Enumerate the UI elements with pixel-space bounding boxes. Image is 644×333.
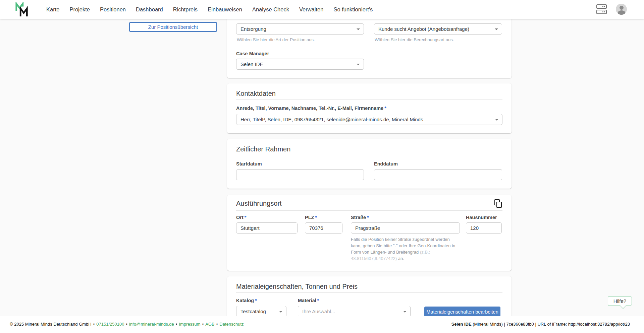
case-manager-label: Case Manager <box>236 51 269 56</box>
caret-down-icon <box>357 28 360 30</box>
footer-email-link[interactable]: info@mineral-minds.de <box>129 322 174 327</box>
ort-label: Ort* <box>236 215 246 220</box>
hausnummer-label: Hausnummer <box>466 215 497 220</box>
location-card: Ausführungsort Ort* PLZ* Straße* Hausnum… <box>227 195 512 271</box>
strasse-label: Straße* <box>351 215 369 220</box>
footer-agb-link[interactable]: AGB <box>205 322 214 327</box>
mineral-minds-logo[interactable] <box>15 2 29 17</box>
dns-row <box>596 10 607 14</box>
ort-input[interactable] <box>236 222 298 234</box>
required-mark: * <box>384 106 386 111</box>
footer-copyright: © 2025 Mineral Minds Deutschland GmbH <box>10 322 92 327</box>
contact-card: Kontaktdaten Anrede, Titel, Vorname, Nac… <box>227 83 512 133</box>
plz-label: PLZ* <box>305 215 317 220</box>
caret-down-icon <box>279 311 282 313</box>
account-avatar-icon[interactable] <box>616 4 627 15</box>
startdate-label: Startdatum <box>236 161 262 166</box>
footer-impressum-link[interactable]: Impressum <box>179 322 200 327</box>
nav-item-dashboard[interactable]: Dashboard <box>136 6 163 13</box>
enddate-input[interactable] <box>374 169 502 180</box>
divider <box>236 292 502 293</box>
nav-item-projekte[interactable]: Projekte <box>69 6 90 13</box>
nav-item-einbauweisen[interactable]: Einbauweisen <box>208 6 242 13</box>
enddate-label: Enddatum <box>374 161 398 166</box>
position-type-select[interactable]: Entsorgung <box>236 23 364 35</box>
contact-field-label: Anrede, Titel, Vorname, Nachname, Tel.-N… <box>236 106 386 111</box>
nav-item-analyse-check[interactable]: Analyse Check <box>252 6 289 13</box>
timeframe-card: Zeitlicher Rahmen Startdatum Enddatum <box>227 139 512 189</box>
dns-row <box>596 4 607 9</box>
help-bubble-button[interactable]: Hilfe? <box>608 296 632 306</box>
edit-material-properties-button[interactable]: Materialeigenschaften bearbeiten <box>424 307 500 317</box>
street-helper-text: Falls die Position keiner Straße zugeord… <box>351 236 455 262</box>
material-select[interactable]: Ihre Auswahl... <box>298 306 411 317</box>
footer-datenschutz-link[interactable]: Datenschutz <box>219 322 244 327</box>
contact-select[interactable]: Herr, TitelP, Selen, IDE, 0987/654321, s… <box>236 114 502 125</box>
katalog-label: Katalog* <box>236 298 257 303</box>
type-helper-text: Wählen Sie hier die Art der Position aus… <box>237 37 315 42</box>
footer-phone-link[interactable]: 07151/250100 <box>96 322 124 327</box>
nav-item-richtpreis[interactable]: Richtpreis <box>173 6 198 13</box>
help-bubble-label: Hilfe? <box>613 298 626 304</box>
caret-down-icon <box>357 64 360 65</box>
contact-value: Herr, TitelP, Selen, IDE, 0987/654321, s… <box>240 117 423 122</box>
caret-down-icon <box>403 311 407 313</box>
caret-down-icon <box>495 28 498 30</box>
nav-item-positionen[interactable]: Positionen <box>100 6 126 13</box>
footer-session-info: Selen IDE (Mineral Minds) | 7ce360e83fb0… <box>451 322 630 327</box>
main-navigation: Karte Projekte Positionen Dashboard Rich… <box>46 0 373 19</box>
nav-item-so-funktionierts[interactable]: So funktioniert's <box>333 6 373 13</box>
material-placeholder: Ihre Auswahl... <box>302 309 335 314</box>
nav-item-verwalten[interactable]: Verwalten <box>299 6 323 13</box>
location-card-title: Ausführungsort <box>236 200 282 207</box>
copy-icon[interactable] <box>494 199 502 208</box>
plz-input[interactable] <box>305 222 342 234</box>
dns-icon[interactable] <box>596 4 607 15</box>
footer-company-info: © 2025 Mineral Minds Deutschland GmbH•07… <box>10 322 244 327</box>
footer: © 2025 Mineral Minds Deutschland GmbH•07… <box>0 316 644 333</box>
nav-item-karte[interactable]: Karte <box>46 6 59 13</box>
calculation-type-select[interactable]: Kunde sucht Angebot (Angebotsanfrage) <box>374 23 502 35</box>
calculation-helper-text: Wählen Sie hier die Berechnungsart aus. <box>375 37 454 42</box>
calculation-type-value: Kunde sucht Angebot (Angebotsanfrage) <box>378 26 469 32</box>
avatar-body <box>618 10 625 15</box>
caret-down-icon <box>495 119 498 121</box>
case-manager-value: Selen IDE <box>240 61 263 67</box>
position-type-value: Entsorgung <box>240 26 266 32</box>
katalog-value: Testcatalog <box>240 309 266 314</box>
case-manager-select[interactable]: Selen IDE <box>236 59 364 70</box>
divider <box>236 155 502 155</box>
hausnummer-input[interactable] <box>466 222 502 234</box>
startdate-input[interactable] <box>236 169 364 180</box>
material-card-title: Materialeigenschaften, Tonnen und Preis <box>236 283 358 290</box>
footer-session-user: Selen IDE <box>451 322 472 327</box>
katalog-select[interactable]: Testcatalog <box>236 306 286 317</box>
divider <box>236 210 502 211</box>
top-navbar: Karte Projekte Positionen Dashboard Rich… <box>0 0 644 19</box>
strasse-input[interactable] <box>351 222 460 234</box>
contact-card-title: Kontaktdaten <box>236 90 276 97</box>
avatar-head <box>620 6 624 10</box>
timeframe-card-title: Zeitlicher Rahmen <box>236 145 290 153</box>
material-label: Material* <box>298 298 319 303</box>
footer-session-detail: (Mineral Minds) | 7ce360e83fb0 | URL of … <box>472 322 630 327</box>
position-overview-button[interactable]: Zur Positionsübersicht <box>129 22 217 32</box>
divider <box>236 99 502 99</box>
